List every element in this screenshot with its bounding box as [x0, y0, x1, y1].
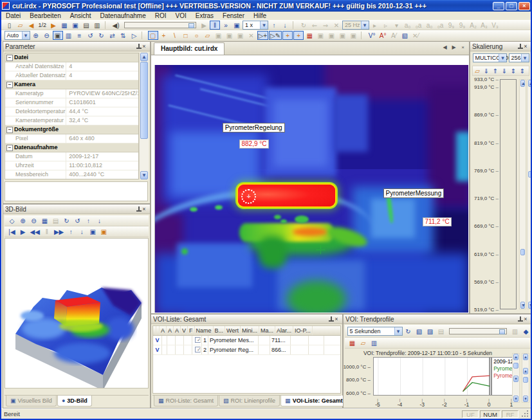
redo-arrow-icon[interactable]: ⇒ [320, 21, 331, 30]
menu-item[interactable]: VOI [170, 12, 190, 19]
dup3-icon[interactable]: ▣ [337, 31, 347, 40]
minimize-button[interactable]: _ [493, 2, 504, 10]
pointer-icon[interactable]: ▷ [129, 31, 140, 40]
jump-up-icon[interactable]: ↑ [269, 21, 279, 30]
prev-view-icon[interactable]: ◀ [441, 44, 449, 52]
reset-view2-icon[interactable]: ↺ [73, 216, 83, 225]
voi-chart-icon[interactable]: ▧ [399, 31, 410, 40]
parameter-row[interactable]: Datum 2009-12-17 [5, 152, 138, 161]
single-frame-icon[interactable]: ▣ [232, 21, 242, 30]
up-icon[interactable]: ↑ [66, 227, 76, 236]
rotate-left-icon[interactable]: ↺ [86, 31, 96, 40]
perspective-icon[interactable]: ◇ [7, 216, 17, 225]
scroll-down-icon[interactable]: ▼ [528, 302, 532, 309]
view-tab[interactable]: ● 3D-Bild [57, 396, 92, 406]
palette-icon[interactable]: ▱ [473, 66, 482, 75]
thermal-image[interactable]: PyrometerRegelung 882,9 °C PyrometerMess… [154, 65, 468, 313]
separator[interactable] [293, 21, 297, 29]
scroll-up-icon[interactable]: ▲ [523, 354, 528, 360]
lower-icon[interactable]: ↓ [95, 216, 105, 225]
menu-item[interactable]: Extras [191, 12, 218, 19]
zoom-out-icon[interactable]: ⊖ [29, 216, 39, 225]
menu-item[interactable]: ROI [151, 12, 171, 19]
print-preview-icon[interactable]: ▥ [92, 21, 102, 30]
line-tool-icon[interactable]: \ [170, 31, 180, 40]
parameter-row[interactable]: Datei [5, 53, 138, 62]
digits2-icon[interactable]: 9₉ [457, 21, 468, 30]
digits-icon[interactable]: 9₉ [446, 21, 457, 30]
scale-full-icon[interactable]: ⇕ [518, 66, 527, 75]
zoom-in-icon[interactable]: ⊕ [18, 216, 28, 225]
step-icon[interactable]: ▸ [370, 21, 380, 30]
print-icon[interactable]: ▤ [81, 21, 91, 30]
parameter-row[interactable]: Detektortemperatur 44,4 °C [5, 107, 138, 116]
voi-table-header[interactable]: AAAVFNameB...WertMini...Ma...Alar...IO-P… [153, 326, 340, 336]
parameter-row[interactable]: Kamera [5, 80, 138, 89]
scroll-down-icon[interactable]: ▼ [513, 376, 518, 382]
print-icon[interactable]: ▤ [436, 327, 446, 336]
menu-item[interactable]: Hilfe [249, 12, 271, 19]
undo-arrow-icon[interactable]: ⇐ [309, 21, 320, 30]
record-counter[interactable]: 1/2 [37, 21, 48, 30]
pin-icon[interactable] [324, 316, 332, 323]
pin-icon[interactable] [132, 43, 140, 50]
close-button[interactable]: × [518, 2, 530, 10]
levels-combo[interactable]: 256 [509, 53, 529, 62]
pause-icon[interactable]: ‖ [210, 21, 220, 30]
parameter-grid[interactable]: Datei Anzahl Datensätze 4 Aktueller Date… [5, 53, 139, 179]
open-file-icon[interactable]: ▱ [15, 21, 26, 30]
save-data-icon[interactable]: ▥ [369, 338, 380, 347]
rewind-icon[interactable]: ◀◀ [29, 227, 41, 236]
alarm-b-icon[interactable]: A₃ [479, 21, 490, 30]
fit-window-icon[interactable]: ▣ [53, 31, 63, 40]
save-icon[interactable]: ▦ [59, 21, 69, 30]
parameter-row[interactable]: Pixel 640 x 480 [5, 134, 138, 143]
scale-max-up-icon[interactable]: ⇑ [491, 66, 500, 75]
position-slider[interactable] [124, 22, 196, 28]
alarm-edit-icon[interactable]: A⁄ [389, 31, 399, 40]
close-view-icon[interactable]: × [459, 44, 467, 52]
polygon-tool-icon[interactable]: ▱ [203, 31, 213, 40]
delete-roi-icon[interactable]: ✕ [246, 31, 257, 40]
play-icon[interactable]: ▶ [18, 227, 28, 236]
pause-trend-icon[interactable]: ◆ [521, 327, 531, 336]
snapshot-icon[interactable]: ▣ [87, 227, 98, 236]
roi-grid-icon[interactable]: ▦ [304, 31, 315, 40]
parameter-row[interactable]: Anzahl Datensätze 4 [5, 62, 138, 71]
resize-grip[interactable] [520, 410, 528, 418]
parameter-row[interactable]: Uhrzeit 11:00:10,812 [5, 161, 138, 170]
scroll-up-icon[interactable]: ▲ [528, 80, 532, 87]
scroll-down-icon[interactable]: ▼ [513, 396, 518, 402]
reset-view-icon[interactable]: ↻ [62, 216, 72, 225]
zero-a-icon[interactable]: ₀a [414, 21, 424, 30]
pin-icon[interactable] [513, 316, 521, 323]
speed-combo[interactable]: 1 x [243, 21, 268, 30]
dup4-icon[interactable]: ▣ [348, 31, 358, 40]
grid-dense-icon[interactable]: ▦ [40, 216, 50, 225]
menu-item[interactable]: Fenster [218, 12, 249, 19]
scroll-down-icon[interactable]: ▼ [520, 302, 525, 309]
scroll-down-icon[interactable]: ▼ [140, 171, 148, 179]
scale-max-down-icon[interactable]: ⇓ [482, 66, 491, 75]
separator[interactable] [361, 32, 365, 39]
trend-slider[interactable] [449, 328, 507, 334]
dup2-icon[interactable]: ▣ [326, 31, 336, 40]
parameter-row[interactable]: Dokumentgröße [5, 125, 138, 134]
scale-max-slider[interactable]: ▲ ▼ [527, 79, 532, 309]
grid-icon[interactable]: ≡ [75, 31, 85, 40]
table-row[interactable]: V ✓ 1 Pyrometer Mes... 711... [153, 336, 340, 345]
scale-min-down-icon[interactable]: ⇓ [500, 66, 509, 75]
step2-icon[interactable]: ▹ [381, 21, 391, 30]
grid-light-icon[interactable]: ▤ [51, 216, 61, 225]
zoom-combo[interactable]: Auto [5, 31, 30, 40]
reset-icon[interactable]: ↻ [298, 21, 309, 30]
menu-item[interactable]: Datei [1, 12, 25, 19]
move-roi-icon[interactable]: ▷+ [257, 31, 269, 40]
view-tab[interactable]: ▣ Visuelles Bild [6, 396, 57, 406]
flip-horizontal-icon[interactable]: ⇄ [107, 31, 118, 40]
export-icon[interactable]: ▣ [98, 227, 109, 236]
voi-display-icon[interactable]: V° [367, 31, 377, 40]
pause-icon[interactable]: ‖ [42, 227, 52, 236]
chart-add-icon[interactable]: ▧ [414, 327, 425, 336]
parameter-scrollbar[interactable]: ▲ ▼ [139, 53, 149, 179]
